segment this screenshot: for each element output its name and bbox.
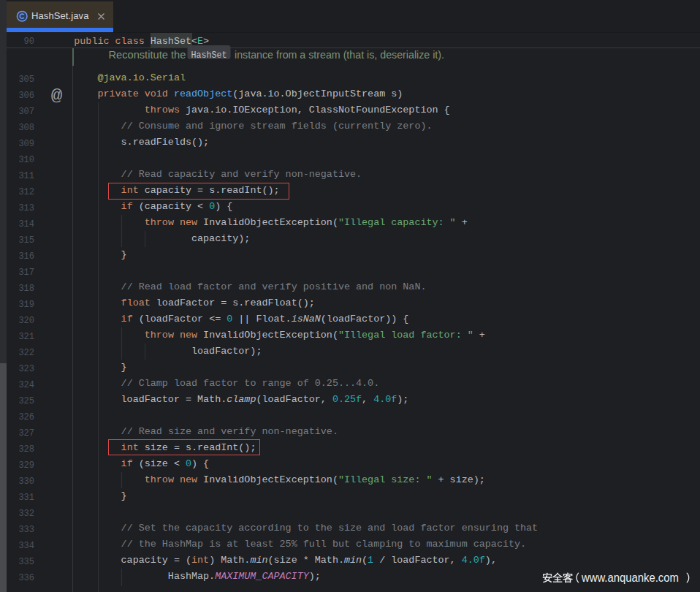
svg-text:Reconstitute the: Reconstitute the — [108, 50, 186, 61]
svg-text:HashSet: HashSet — [191, 50, 227, 61]
svg-text:www.anquanke.com: www.anquanke.com — [581, 572, 679, 584]
svg-text:instance from a stream (that i: instance from a stream (that is, deseria… — [235, 50, 444, 61]
